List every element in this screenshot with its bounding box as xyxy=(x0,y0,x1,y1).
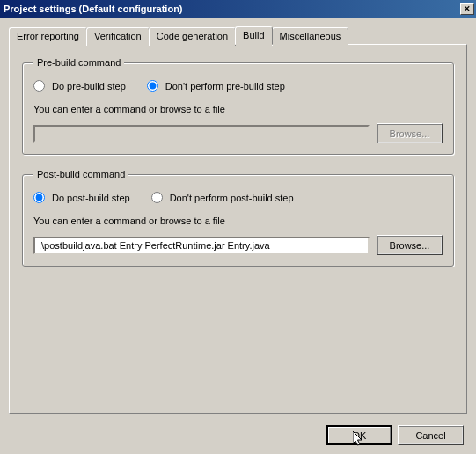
pre-build-radio-row: Do pre-build step Don't perform pre-buil… xyxy=(33,80,443,92)
radio-dont-pre-build-input[interactable] xyxy=(147,80,158,92)
dialog-content: Error reporting Verification Code genera… xyxy=(0,18,476,454)
post-build-input-row: Browse... xyxy=(33,235,443,255)
close-button[interactable]: ✕ xyxy=(460,3,474,15)
post-build-legend: Post-build command xyxy=(33,169,128,179)
radio-do-post-build-input[interactable] xyxy=(33,192,45,203)
radio-dont-pre-build-label: Don't perform pre-build step xyxy=(165,81,285,92)
pre-build-command-input xyxy=(33,125,370,143)
tab-code-generation[interactable]: Code generation xyxy=(149,27,236,46)
radio-do-post-build-label: Do post-build step xyxy=(52,193,130,203)
tab-panel-build: Pre-build command Do pre-build step Don'… xyxy=(9,44,467,414)
ok-button[interactable]: OK xyxy=(326,425,392,445)
radio-dont-post-build[interactable]: Don't perform post-build step xyxy=(151,192,294,203)
tab-verification[interactable]: Verification xyxy=(86,27,150,46)
tab-bar: Error reporting Verification Code genera… xyxy=(9,26,467,45)
window-title: Project settings (Default configuration) xyxy=(4,4,183,14)
pre-build-input-row: Browse... xyxy=(33,123,443,143)
dialog-buttons: OK Cancel xyxy=(326,425,464,445)
radio-do-pre-build-input[interactable] xyxy=(33,80,45,92)
post-build-group: Post-build command Do post-build step Do… xyxy=(22,169,454,267)
pre-build-group: Pre-build command Do pre-build step Don'… xyxy=(22,57,454,155)
tab-build[interactable]: Build xyxy=(235,26,272,45)
post-build-hint: You can enter a command or browse to a f… xyxy=(33,216,443,226)
tab-error-reporting[interactable]: Error reporting xyxy=(9,27,87,46)
radio-do-pre-build-label: Do pre-build step xyxy=(52,81,126,92)
radio-dont-post-build-label: Don't perform post-build step xyxy=(170,193,294,203)
pre-build-hint: You can enter a command or browse to a f… xyxy=(33,104,443,114)
post-build-radio-row: Do post-build step Don't perform post-bu… xyxy=(33,192,443,203)
post-build-browse-button[interactable]: Browse... xyxy=(377,235,443,255)
title-bar: Project settings (Default configuration)… xyxy=(0,0,476,18)
radio-dont-post-build-input[interactable] xyxy=(151,192,163,203)
cancel-button[interactable]: Cancel xyxy=(398,425,464,445)
post-build-command-input[interactable] xyxy=(33,237,370,254)
radio-dont-pre-build[interactable]: Don't perform pre-build step xyxy=(147,80,285,92)
radio-do-post-build[interactable]: Do post-build step xyxy=(33,192,130,203)
pre-build-browse-button: Browse... xyxy=(377,123,443,143)
tab-miscellaneous[interactable]: Miscellaneous xyxy=(272,27,349,46)
radio-do-pre-build[interactable]: Do pre-build step xyxy=(33,80,126,92)
pre-build-legend: Pre-build command xyxy=(33,57,124,68)
